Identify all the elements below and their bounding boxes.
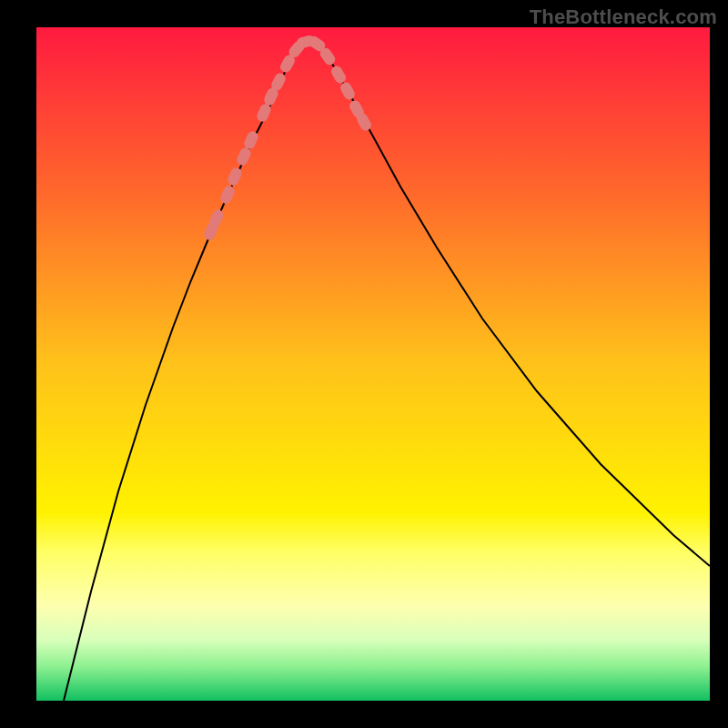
chart-svg: [36, 27, 710, 701]
plot-area: [36, 27, 710, 701]
watermark-text: TheBottleneck.com: [530, 5, 717, 29]
gradient-background: [36, 27, 710, 701]
chart-frame: TheBottleneck.com: [0, 0, 728, 728]
